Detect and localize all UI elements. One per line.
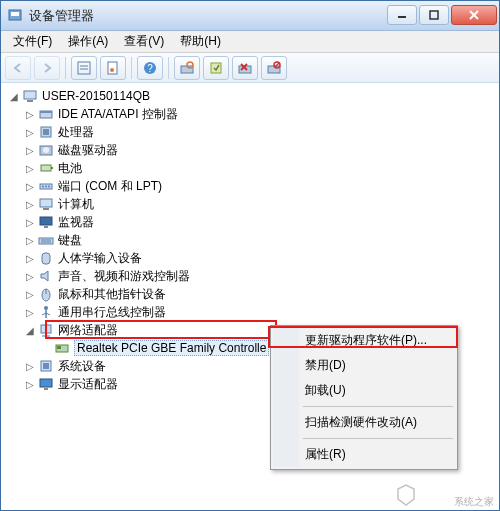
computer-icon — [22, 88, 38, 104]
svg-rect-22 — [24, 91, 36, 99]
svg-rect-31 — [51, 167, 53, 169]
svg-rect-58 — [44, 388, 48, 390]
nav-back-button[interactable] — [5, 56, 31, 80]
expander-icon[interactable]: ▷ — [23, 107, 37, 121]
menu-action[interactable]: 操作(A) — [60, 31, 116, 52]
app-icon — [7, 8, 23, 24]
tree-category[interactable]: ▷键盘 — [5, 231, 499, 249]
svg-rect-6 — [78, 62, 90, 74]
toolbar-properties-button[interactable] — [100, 56, 126, 80]
svg-rect-54 — [57, 346, 61, 349]
tree-category[interactable]: ▷IDE ATA/ATAPI 控制器 — [5, 105, 499, 123]
tree-category-label: 监视器 — [58, 214, 94, 231]
toolbar-scan-button[interactable] — [174, 56, 200, 80]
tree-category[interactable]: ▷端口 (COM 和 LPT) — [5, 177, 499, 195]
tree-category[interactable]: ▷人体学输入设备 — [5, 249, 499, 267]
toolbar-uninstall-button[interactable] — [232, 56, 258, 80]
svg-rect-39 — [44, 226, 48, 228]
svg-point-10 — [110, 68, 114, 72]
tree-category-label: IDE ATA/ATAPI 控制器 — [58, 106, 178, 123]
tree-category-label: 键盘 — [58, 232, 82, 249]
expander-icon[interactable]: ▷ — [23, 233, 37, 247]
tree-category[interactable]: ▷电池 — [5, 159, 499, 177]
toolbar-showall-button[interactable] — [71, 56, 97, 80]
expander-icon[interactable]: ▷ — [23, 143, 37, 157]
svg-point-33 — [42, 186, 44, 188]
menu-view[interactable]: 查看(V) — [116, 31, 172, 52]
expander-icon[interactable]: ▷ — [23, 251, 37, 265]
ide-icon — [38, 106, 54, 122]
toolbar-separator — [131, 57, 132, 79]
menu-file[interactable]: 文件(F) — [5, 31, 60, 52]
tree-category-label: 处理器 — [58, 124, 94, 141]
context-menu: 更新驱动程序软件(P)... 禁用(D) 卸载(U) 扫描检测硬件改动(A) 属… — [270, 325, 458, 470]
svg-text:?: ? — [147, 63, 153, 74]
expander-icon[interactable]: ▷ — [23, 269, 37, 283]
expander-icon[interactable]: ▷ — [23, 305, 37, 319]
svg-point-46 — [44, 306, 48, 310]
tree-category[interactable]: ▷声音、视频和游戏控制器 — [5, 267, 499, 285]
close-button[interactable] — [451, 5, 497, 25]
expander-icon[interactable]: ▷ — [23, 377, 37, 391]
tree-category[interactable]: ▷计算机 — [5, 195, 499, 213]
nav-forward-button[interactable] — [34, 56, 60, 80]
expander-icon[interactable]: ▷ — [23, 179, 37, 193]
ctx-disable[interactable]: 禁用(D) — [273, 353, 455, 378]
port-icon — [38, 178, 54, 194]
expander-open-icon[interactable]: ◢ — [7, 89, 21, 103]
ctx-uninstall[interactable]: 卸载(U) — [273, 378, 455, 403]
toolbar-disable-button[interactable] — [261, 56, 287, 80]
expander-placeholder — [39, 341, 53, 355]
menubar: 文件(F) 操作(A) 查看(V) 帮助(H) — [1, 31, 499, 53]
minimize-button[interactable] — [387, 5, 417, 25]
svg-rect-36 — [40, 199, 52, 207]
expander-icon[interactable]: ▷ — [23, 359, 37, 373]
svg-rect-3 — [430, 11, 438, 19]
svg-rect-15 — [211, 63, 221, 73]
maximize-button[interactable] — [419, 5, 449, 25]
ctx-properties[interactable]: 属性(R) — [273, 442, 455, 467]
ctx-scan-hardware[interactable]: 扫描检测硬件改动(A) — [273, 410, 455, 435]
toolbar-separator — [168, 57, 169, 79]
menu-help[interactable]: 帮助(H) — [172, 31, 229, 52]
mouse-icon — [38, 286, 54, 302]
computer-icon — [38, 196, 54, 212]
tree-category[interactable]: ▷监视器 — [5, 213, 499, 231]
display-icon — [38, 376, 54, 392]
tree-category-label: 通用串行总线控制器 — [58, 304, 166, 321]
context-menu-separator — [303, 438, 453, 439]
window-controls — [387, 5, 497, 27]
toolbar-help-button[interactable]: ? — [137, 56, 163, 80]
usb-icon — [38, 304, 54, 320]
tree-category-label: 鼠标和其他指针设备 — [58, 286, 166, 303]
expander-icon[interactable]: ▷ — [23, 197, 37, 211]
tree-category[interactable]: ▷鼠标和其他指针设备 — [5, 285, 499, 303]
svg-rect-9 — [108, 62, 117, 74]
sound-icon — [38, 268, 54, 284]
titlebar[interactable]: 设备管理器 — [1, 1, 499, 31]
context-menu-separator — [303, 406, 453, 407]
tree-category-label: 声音、视频和游戏控制器 — [58, 268, 190, 285]
expander-icon[interactable]: ▷ — [23, 125, 37, 139]
svg-rect-30 — [41, 165, 51, 171]
svg-rect-40 — [39, 238, 53, 244]
battery-icon — [38, 160, 54, 176]
ctx-update-driver[interactable]: 更新驱动程序软件(P)... — [273, 328, 455, 353]
expander-icon[interactable]: ▷ — [23, 215, 37, 229]
system-icon — [38, 358, 54, 374]
svg-point-34 — [45, 186, 47, 188]
tree-category[interactable]: ▷处理器 — [5, 123, 499, 141]
svg-rect-38 — [40, 217, 52, 225]
svg-rect-37 — [43, 208, 49, 210]
tree-category[interactable]: ▷磁盘驱动器 — [5, 141, 499, 159]
svg-rect-50 — [41, 325, 51, 333]
svg-point-35 — [48, 186, 50, 188]
expander-icon[interactable]: ▷ — [23, 161, 37, 175]
monitor-icon — [38, 214, 54, 230]
tree-root[interactable]: ◢ USER-20150114QB — [5, 87, 499, 105]
tree-category[interactable]: ▷通用串行总线控制器 — [5, 303, 499, 321]
expander-icon[interactable]: ◢ — [23, 323, 37, 337]
toolbar-update-button[interactable] — [203, 56, 229, 80]
tree-category-label: 人体学输入设备 — [58, 250, 142, 267]
expander-icon[interactable]: ▷ — [23, 287, 37, 301]
